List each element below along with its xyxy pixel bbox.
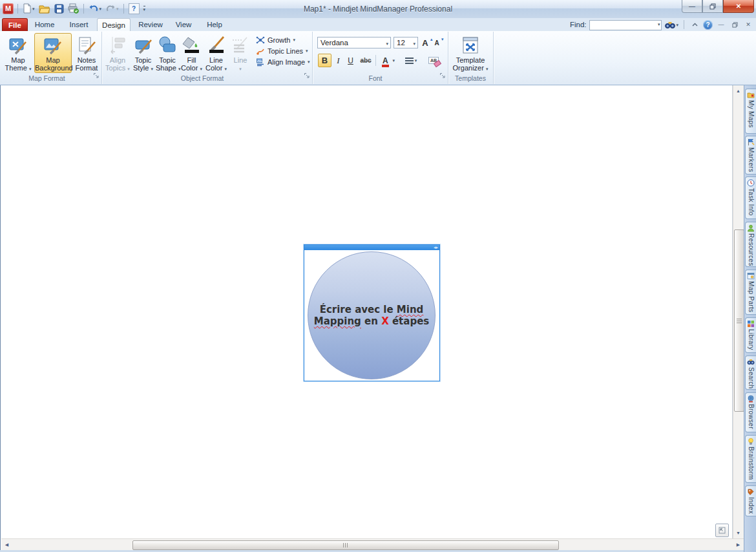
map-background-button[interactable]: MapBackground (34, 33, 72, 73)
fit-map-icon (719, 527, 726, 534)
map-canvas[interactable]: ◂▸ Écrire avec le Mind Mapping en X étap… (1, 85, 733, 538)
shrink-font-button[interactable]: A▼ (434, 37, 445, 48)
horizontal-scrollbar[interactable]: ◀ ▶ (1, 538, 744, 550)
find-options-button[interactable]: ▾ (665, 21, 678, 29)
tab-insert[interactable]: Insert (65, 18, 93, 31)
chevron-down-icon: ▾ (413, 41, 415, 46)
scroll-left-button[interactable]: ◀ (2, 540, 12, 549)
central-topic[interactable]: ◂▸ Écrire avec le Mind Mapping en X étap… (304, 244, 440, 381)
tab-view[interactable]: View (171, 18, 196, 31)
growth-button[interactable]: Growth ▾ (256, 34, 310, 45)
topic-lines-icon (256, 47, 265, 56)
tab-review[interactable]: Review (134, 18, 167, 31)
tab-design[interactable]: Design (97, 18, 131, 31)
vertical-scrollbar[interactable]: ▲ ▼ (733, 85, 744, 538)
divider (375, 55, 376, 66)
font-size-select[interactable]: 12 ▾ (394, 37, 418, 48)
app-logo[interactable]: M (3, 3, 14, 14)
grow-font-button[interactable]: A▲ (422, 37, 434, 48)
italic-button[interactable]: I (333, 54, 343, 67)
ribbon-help-button[interactable]: ? (703, 20, 713, 30)
chevron-down-icon: ▾ (306, 48, 308, 53)
fill-color-button[interactable]: FillColor ▾ (180, 33, 204, 73)
dialog-launcher-button[interactable] (93, 70, 100, 81)
vertical-scroll-thumb[interactable] (734, 229, 744, 412)
redo-button[interactable]: ▾ (105, 3, 120, 14)
sidebar-item-resources[interactable]: Resources (745, 222, 756, 267)
tab-help[interactable]: Help (202, 18, 227, 31)
group-label: Map Format (1, 74, 92, 82)
align-image-button[interactable]: Align Image ▾ (256, 56, 310, 67)
topic-selection-bar[interactable]: ◂▸ (304, 245, 439, 250)
line-button[interactable]: Line▾ (229, 33, 252, 73)
sidebar-item-browser[interactable]: Browser (745, 392, 756, 432)
template-organizer-button[interactable]: TemplateOrganizer ▾ (452, 33, 489, 73)
font-family-select[interactable]: Verdana ▾ (317, 37, 391, 48)
chevron-down-icon: ▾ (415, 58, 417, 63)
find-input[interactable] (589, 20, 662, 30)
close-button[interactable]: ✕ (723, 0, 754, 13)
central-topic-text[interactable]: Écrire avec le Mind Mapping en X étapes (314, 304, 430, 327)
sidebar-item-library[interactable]: Library (745, 317, 756, 353)
bold-button[interactable]: B (318, 54, 331, 67)
scroll-down-button[interactable]: ▼ (733, 528, 743, 538)
task-info-icon (747, 179, 755, 187)
tab-file[interactable]: File (2, 18, 28, 31)
topic-lines-button[interactable]: Topic Lines ▾ (256, 45, 310, 56)
dialog-launcher-button[interactable] (439, 70, 446, 81)
line-color-button[interactable]: LineColor ▾ (204, 33, 228, 73)
scroll-right-button[interactable]: ▶ (733, 540, 743, 549)
text-align-button[interactable]: ▾ (402, 54, 420, 67)
topic-handles-icon: ◂▸ (434, 244, 438, 250)
document-close-button[interactable]: ✕ (743, 20, 753, 29)
open-button[interactable] (38, 3, 51, 14)
template-organizer-icon (460, 35, 481, 56)
chevron-down-icon: ▾ (100, 6, 102, 11)
object-format-small-buttons: Growth ▾ Topic Lines ▾ Align Image ▾ (256, 34, 310, 67)
dialog-launcher-button[interactable] (304, 70, 310, 81)
notes-format-button[interactable]: NotesFormat (73, 33, 100, 73)
fit-map-button[interactable] (715, 524, 729, 537)
chevron-down-icon: ▾ (386, 41, 388, 46)
align-topics-button[interactable]: AlignTopics ▾ (105, 33, 131, 73)
collapse-ribbon-button[interactable] (689, 20, 700, 29)
restore-button[interactable] (702, 0, 723, 13)
topic-shape-button[interactable]: TopicShape ▾ (155, 33, 180, 73)
sidebar-item-my-maps[interactable]: My Maps (745, 89, 756, 134)
window-title: Map1* - Mindjet MindManager Professional (129, 5, 627, 14)
open-folder-icon (39, 4, 50, 14)
font-color-button[interactable]: A ▾ (379, 54, 399, 67)
scroll-up-button[interactable]: ▲ (733, 86, 743, 96)
document-minimize-button[interactable]: — (716, 20, 726, 29)
tab-home[interactable]: Home (31, 18, 58, 31)
sidebar-item-map-parts[interactable]: Map Parts (745, 270, 756, 315)
sidebar-item-brainstorm[interactable]: Brainstorm (745, 435, 756, 483)
underline-button[interactable]: U (344, 54, 357, 67)
strikethrough-button[interactable]: abc (358, 54, 373, 67)
strikethrough-icon: abc (360, 57, 371, 64)
topic-style-button[interactable]: TopicStyle ▾ (131, 33, 155, 73)
find-bar: Find: ▾ ▾ ? — ✕ (570, 19, 753, 30)
sidebar-item-task-info[interactable]: Task Info (745, 176, 756, 219)
minimize-button[interactable]: — (682, 0, 702, 13)
chevron-down-icon: ▾ (116, 6, 119, 11)
shrink-font-icon: A (434, 39, 439, 47)
new-document-button[interactable]: ▾ (22, 3, 36, 14)
chevron-down-icon: ▾ (151, 67, 154, 71)
mindmanager-window: M ▾ ▾ ▾ (0, 0, 756, 552)
topic-style-icon (133, 35, 154, 56)
horizontal-scroll-thumb[interactable] (132, 540, 559, 550)
print-button[interactable] (67, 3, 79, 14)
sidebar-item-search[interactable]: Search (745, 356, 756, 390)
text-align-icon (405, 58, 414, 59)
clear-formatting-button[interactable]: AB (426, 54, 441, 67)
sidebar-item-index[interactable]: Index (745, 485, 756, 516)
document-restore-button[interactable] (730, 20, 740, 29)
central-topic-shape[interactable]: Écrire avec le Mind Mapping en X étapes (308, 251, 436, 379)
save-button[interactable] (54, 3, 65, 14)
binoculars-icon (665, 21, 675, 29)
map-theme-button[interactable]: MapTheme ▾ (3, 33, 33, 73)
undo-button[interactable]: ▾ (88, 3, 103, 14)
group-label: Templates (448, 74, 493, 82)
sidebar-item-markers[interactable]: Markers (745, 136, 756, 175)
